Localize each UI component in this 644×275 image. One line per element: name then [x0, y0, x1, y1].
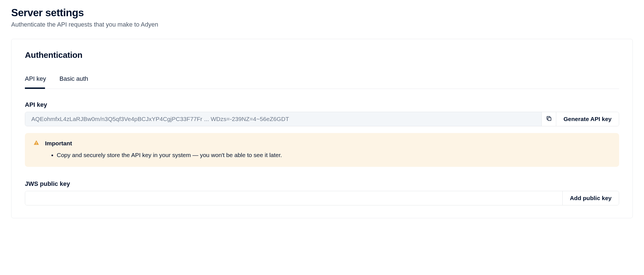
svg-point-2	[36, 144, 37, 144]
api-key-label: API key	[25, 101, 619, 108]
authentication-card: Authentication API key Basic auth API ke…	[11, 39, 633, 218]
copy-api-key-button[interactable]	[541, 112, 556, 126]
auth-tabs: API key Basic auth	[25, 75, 619, 89]
jws-empty-input	[25, 191, 562, 205]
tab-basic-auth[interactable]: Basic auth	[60, 75, 88, 89]
jws-label: JWS public key	[25, 180, 619, 188]
api-key-value: AQEohmfxL4zLaRJBw0m/n3Q5qf3Ve4pBCJxYP4Cg…	[25, 112, 541, 126]
svg-rect-0	[548, 117, 551, 120]
generate-api-key-button[interactable]: Generate API key	[556, 112, 619, 126]
alert-item: Copy and securely store the API key in y…	[57, 151, 611, 159]
tab-api-key[interactable]: API key	[25, 75, 46, 89]
important-alert: Important Copy and securely store the AP…	[25, 133, 619, 167]
alert-title: Important	[45, 140, 72, 147]
page-subtitle: Authenticate the API requests that you m…	[11, 21, 633, 28]
warning-icon	[33, 140, 39, 147]
api-key-row: AQEohmfxL4zLaRJBw0m/n3Q5qf3Ve4pBCJxYP4Cg…	[25, 112, 619, 126]
alert-header: Important	[33, 140, 611, 147]
card-title: Authentication	[25, 50, 619, 60]
alert-body: Copy and securely store the API key in y…	[33, 151, 611, 159]
svg-rect-1	[36, 142, 37, 143]
add-public-key-button[interactable]: Add public key	[562, 191, 619, 205]
page-title: Server settings	[11, 7, 633, 19]
jws-row: Add public key	[25, 191, 619, 205]
copy-icon	[546, 115, 552, 123]
